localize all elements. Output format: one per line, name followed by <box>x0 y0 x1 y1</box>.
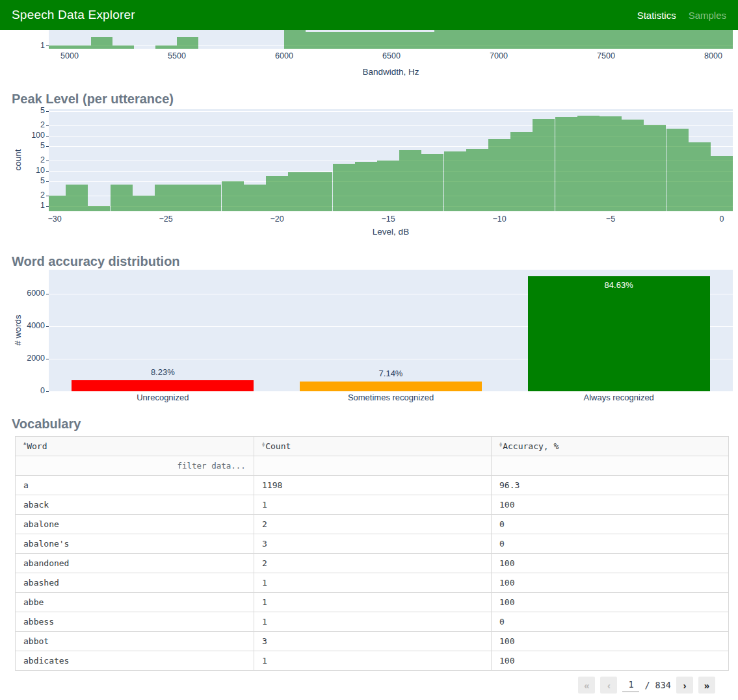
bar-percentage-label: 8.23% <box>151 367 175 377</box>
histogram-bar <box>266 176 288 211</box>
histogram-bar <box>284 30 306 49</box>
current-page-input[interactable] <box>622 679 639 692</box>
accuracy-cell: 100 <box>492 632 729 651</box>
bandwidth-y-tickmark <box>46 45 49 46</box>
table-row: abashed1100 <box>16 573 729 593</box>
word-cell: abandoned <box>16 554 254 573</box>
accuracy-cell: 100 <box>492 651 729 671</box>
histogram-bar <box>222 181 244 211</box>
x-tick-label: 0 <box>720 214 724 224</box>
column-header-accuracy-[interactable]: ▲▼Accuracy, % <box>492 437 729 456</box>
histogram-bar <box>88 206 110 211</box>
count-cell: 1198 <box>254 476 492 495</box>
nav-statistics[interactable]: Statistics <box>637 10 676 21</box>
x-tick-label: −20 <box>270 214 283 224</box>
histogram-bar <box>306 32 434 49</box>
histogram-bar <box>644 125 666 211</box>
filter-cell[interactable] <box>254 456 492 476</box>
top-nav: Statistics Samples <box>637 10 726 21</box>
accuracy-cell: 0 <box>492 534 729 554</box>
histogram-bar <box>399 150 421 211</box>
word-accuracy-y-axis-title: # words <box>13 315 23 345</box>
nav-samples[interactable]: Samples <box>689 10 726 21</box>
word-cell: abalone's <box>16 534 254 554</box>
bandwidth-y-tick: 1 <box>16 41 45 50</box>
accuracy-cell: 100 <box>492 593 729 612</box>
table-row: abalone's30 <box>16 534 729 554</box>
previous-page-button[interactable]: ‹ <box>600 677 617 694</box>
sort-ascending-icon: ▲ <box>23 442 26 445</box>
next-page-button[interactable]: › <box>676 677 693 694</box>
column-header-word[interactable]: ▲Word <box>16 437 254 456</box>
count-cell: 3 <box>254 632 492 651</box>
pagination: « ‹ / 834 › » <box>0 677 715 694</box>
bar-percentage-label: 7.14% <box>379 369 403 378</box>
y-tickmark <box>46 161 49 161</box>
x-tick-label: 6500 <box>382 51 401 60</box>
y-tick-label: 5 <box>16 176 45 185</box>
x-tick-label: 5500 <box>168 51 186 60</box>
sort-down-arrow: ▼ <box>262 445 265 447</box>
x-tick-label: −10 <box>492 214 506 224</box>
y-tick-label: 4000 <box>16 321 45 330</box>
histogram-bar <box>444 151 466 211</box>
y-tick-label: 5 <box>16 141 45 150</box>
count-cell: 2 <box>254 515 492 534</box>
accuracy-bar <box>72 380 254 391</box>
histogram-bar <box>466 149 488 211</box>
y-tick-label: 2000 <box>16 354 45 363</box>
filter-cell[interactable] <box>492 456 729 476</box>
previous-page-icon: ‹ <box>607 680 611 691</box>
histogram-bar <box>355 162 377 211</box>
y-tickmark <box>46 196 49 196</box>
histogram-bar <box>288 172 310 211</box>
vocabulary-section: Vocabulary ▲Word▲▼Count▲▼Accuracy, % a11… <box>0 409 738 677</box>
sort-down-arrow: ▼ <box>499 445 502 447</box>
bandwidth-plot-area[interactable] <box>49 30 733 49</box>
x-tick-label: −15 <box>381 214 395 224</box>
y-tick-label: 2 <box>16 120 45 129</box>
filter-data-input[interactable] <box>23 460 251 471</box>
gridline <box>49 111 733 112</box>
word-accuracy-chart-section: Word accuracy distribution # words 02000… <box>0 247 738 406</box>
column-header-count[interactable]: ▲▼Count <box>254 437 492 456</box>
histogram-bar <box>421 154 443 211</box>
histogram-bar <box>49 45 70 49</box>
table-row: abdicates1100 <box>16 651 729 671</box>
last-page-button[interactable]: » <box>698 677 715 694</box>
y-tick-label: 0 <box>16 386 45 395</box>
y-tickmark <box>46 326 49 327</box>
peak-level-plot-area[interactable] <box>49 109 733 211</box>
filter-row <box>16 456 729 476</box>
histogram-bar <box>155 45 177 49</box>
peak-level-chart-section: Peak Level (per utterance) count Level, … <box>0 84 738 247</box>
first-page-button[interactable]: « <box>578 677 595 694</box>
count-cell: 1 <box>254 651 492 671</box>
word-cell: abbot <box>16 632 254 651</box>
histogram-bar <box>510 132 533 211</box>
table-row: abandoned2100 <box>16 554 729 573</box>
histogram-bar <box>333 164 355 211</box>
filter-cell[interactable] <box>16 456 254 476</box>
table-row: abbess10 <box>16 612 729 632</box>
column-header-label: Count <box>265 441 291 451</box>
bandwidth-chart-section: 1 Bandwidth, Hz 500055006000650070007500… <box>0 30 738 84</box>
app-header: Speech Data Explorer Statistics Samples <box>0 0 738 30</box>
category-label: Always recognized <box>583 393 653 402</box>
y-tick-label: 100 <box>16 131 45 140</box>
y-tickmark <box>46 391 49 392</box>
vocabulary-table: ▲Word▲▼Count▲▼Accuracy, % a119896.3aback… <box>15 436 729 671</box>
histogram-bar <box>177 37 198 49</box>
word-cell: abashed <box>16 573 254 593</box>
y-tick-label: 1 <box>16 201 45 210</box>
category-label: Sometimes recognized <box>348 393 434 402</box>
histogram-bar <box>199 185 221 211</box>
bar-percentage-label: 84.63% <box>605 280 633 290</box>
x-tick-label: 7000 <box>490 51 508 60</box>
y-tickmark <box>46 146 49 147</box>
accuracy-cell: 100 <box>492 495 729 515</box>
histogram-bar <box>112 45 134 49</box>
bandwidth-x-axis-title: Bandwidth, Hz <box>49 67 733 77</box>
y-tick-label: 6000 <box>16 289 45 298</box>
x-tick-label: 8000 <box>704 51 722 60</box>
